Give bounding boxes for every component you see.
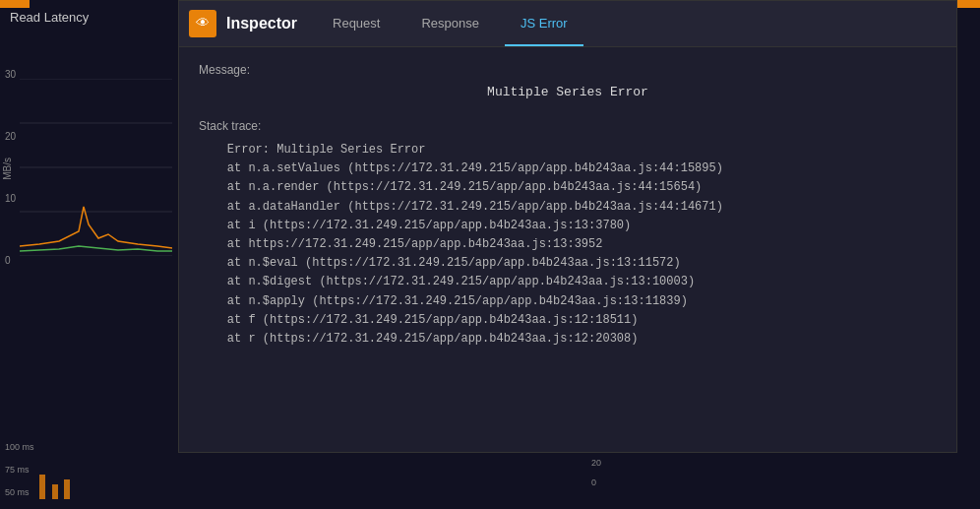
bottom-left-chart: 100 ms 75 ms 50 ms	[0, 430, 178, 509]
inspector-icon: 👁	[189, 10, 216, 37]
tab-response[interactable]: Response	[405, 1, 495, 46]
inspector-header: 👁 Inspector Request Response JS Error	[179, 1, 956, 47]
svg-rect-6	[52, 484, 58, 499]
bottom-area: 20 0	[178, 453, 957, 509]
stack-trace-label: Stack trace:	[199, 119, 937, 133]
svg-rect-7	[64, 479, 70, 499]
bottom-mid-chart: 20 0	[404, 453, 601, 509]
inspector-content: Message: Multiple Series Error Stack tra…	[179, 47, 956, 452]
bottom-mid-label-0: 0	[591, 477, 601, 487]
message-label: Message:	[199, 63, 937, 77]
y-label-20: 20	[5, 131, 16, 142]
left-panel: Read Latency 30 20 10 0 MB/s 05:00 INFAP…	[0, 0, 178, 509]
right-panel	[957, 0, 980, 509]
bottom-label-50ms: 50 ms	[5, 487, 34, 497]
bottom-mid-label: 20	[591, 458, 601, 468]
bottom-label-75ms: 75 ms	[5, 465, 34, 475]
chart-title: Read Latency	[10, 10, 89, 25]
right-accent	[957, 0, 980, 8]
y-label-10: 10	[5, 193, 16, 204]
message-value: Multiple Series Error	[199, 85, 937, 99]
bottom-chart-svg	[34, 435, 172, 504]
inspector-panel: 👁 Inspector Request Response JS Error Me…	[178, 0, 957, 453]
svg-rect-5	[39, 475, 45, 499]
tab-request[interactable]: Request	[317, 1, 396, 46]
inspector-title: Inspector	[226, 15, 297, 32]
top-accent	[0, 0, 30, 8]
stack-trace-text: Error: Multiple Series Error at n.a.setV…	[199, 141, 937, 349]
y-label-0: 0	[5, 255, 16, 266]
y-label-30: 30	[5, 69, 16, 80]
bottom-y-labels: 100 ms 75 ms 50 ms	[5, 435, 34, 504]
bottom-label-100ms: 100 ms	[5, 442, 34, 452]
chart-svg	[20, 79, 172, 256]
tab-js-error[interactable]: JS Error	[505, 1, 583, 46]
unit-label: MB/s	[2, 158, 13, 180]
